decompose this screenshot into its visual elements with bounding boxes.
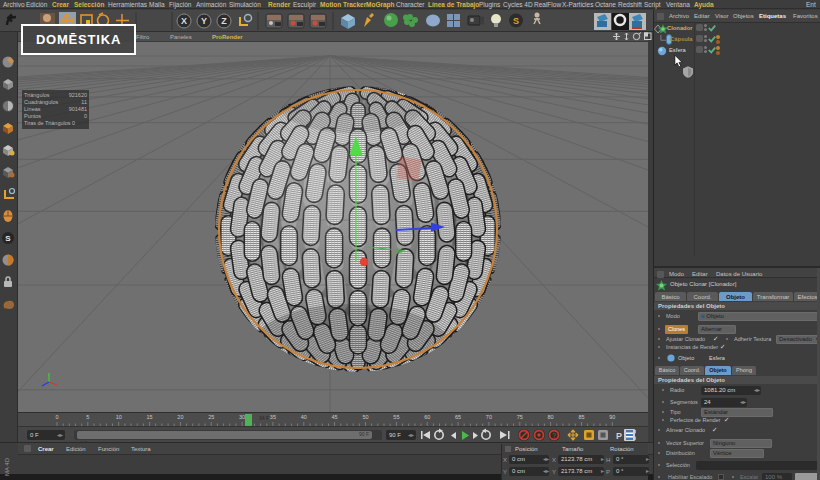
- svg-text:Z: Z: [221, 16, 227, 26]
- svg-text:25: 25: [208, 414, 214, 420]
- svg-text:Y: Y: [201, 16, 207, 26]
- svg-text:60: 60: [424, 414, 430, 420]
- svg-text:75: 75: [517, 414, 523, 420]
- svg-text:0: 0: [55, 414, 58, 420]
- svg-text:?: ?: [552, 432, 556, 439]
- svg-text:15: 15: [147, 414, 153, 420]
- svg-text:P: P: [616, 431, 622, 441]
- svg-text:70: 70: [486, 414, 492, 420]
- svg-text:45: 45: [332, 414, 338, 420]
- svg-text:S: S: [5, 234, 11, 243]
- svg-text:S: S: [513, 16, 519, 26]
- svg-text:30: 30: [239, 414, 245, 420]
- svg-text:10: 10: [116, 414, 122, 420]
- svg-text:65: 65: [455, 414, 461, 420]
- svg-text:50: 50: [362, 414, 368, 420]
- svg-text:20: 20: [177, 414, 183, 420]
- svg-text:40: 40: [301, 414, 307, 420]
- svg-text:55: 55: [393, 414, 399, 420]
- svg-text:35: 35: [270, 414, 276, 420]
- svg-text:90: 90: [609, 414, 615, 420]
- svg-text:X: X: [181, 16, 187, 26]
- svg-text:85: 85: [578, 414, 584, 420]
- svg-text:34 F: 34 F: [259, 415, 269, 421]
- svg-text:80: 80: [548, 414, 554, 420]
- svg-text:5: 5: [86, 414, 89, 420]
